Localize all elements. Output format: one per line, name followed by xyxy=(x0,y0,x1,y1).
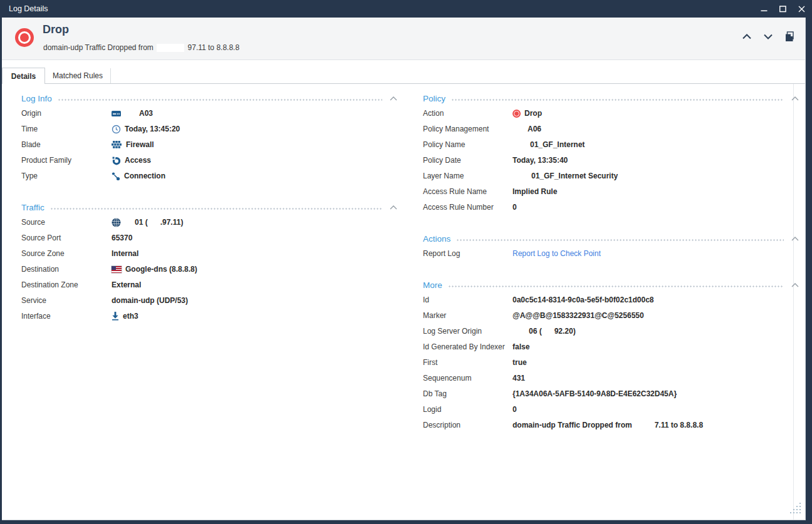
section-header-traffic: Traffic xyxy=(21,202,397,213)
field-row-product-family: Product Family Access xyxy=(21,153,151,167)
field-value: 01_GF_Internet xyxy=(513,140,585,149)
field-value: domain-udp Traffic Dropped from 7.11 to … xyxy=(513,421,703,429)
field-label: Db Tag xyxy=(423,389,513,398)
previous-log-icon[interactable] xyxy=(742,34,752,39)
window-controls xyxy=(759,0,806,18)
field-value: Google-dns (8.8.8.8) xyxy=(112,265,197,274)
field-value: 431 xyxy=(513,374,525,383)
collapse-chevron-icon[interactable] xyxy=(390,96,397,101)
field-row-db-tag: Db Tag {1A34A06A-5AFB-5140-9A8D-E4E62C32… xyxy=(423,387,677,401)
field-value: {1A34A06A-5AFB-5140-9A8D-E4E62C32D45A} xyxy=(513,389,677,398)
field-label: Product Family xyxy=(21,156,112,165)
field-label: Id xyxy=(423,295,513,304)
description-post: 7.11 to 8.8.8.8 xyxy=(655,421,703,429)
field-value: 0a0c5c14-8314-9c0a-5e5f-b0f02c1d00c8 xyxy=(513,295,654,304)
field-label: Destination xyxy=(21,265,112,274)
service-value: domain-udp (UDP/53) xyxy=(112,296,188,305)
field-row-type: Type Connection xyxy=(21,169,165,183)
details-panel: Log Info Origin A03 Time xyxy=(2,84,805,520)
field-label: Source Zone xyxy=(21,249,112,258)
source-ip-value: .97.11) xyxy=(160,218,184,227)
field-row-log-server-origin: Log Server Origin 06 ( 92.20) xyxy=(423,324,576,338)
access-rule-name-value: Implied Rule xyxy=(513,187,557,196)
interface-arrow-icon xyxy=(112,312,119,321)
type-value: Connection xyxy=(124,172,165,180)
field-label: Access Rule Name xyxy=(423,187,513,196)
field-row-destination: Destination Google-dns (8.8.8.8) xyxy=(21,262,197,276)
redacted-text xyxy=(542,327,554,335)
origin-value: A03 xyxy=(139,109,153,118)
minimize-icon[interactable] xyxy=(759,4,768,13)
field-row-id: Id 0a0c5c14-8314-9c0a-5e5f-b0f02c1d00c8 xyxy=(423,293,654,307)
field-row-blade: Blade Firewall xyxy=(21,138,154,152)
id-generated-value: false xyxy=(513,342,529,351)
field-value: Firewall xyxy=(112,140,154,149)
policy-date-value: Today, 13:35:40 xyxy=(513,156,568,165)
drop-action-icon xyxy=(15,28,34,47)
field-label: Blade xyxy=(21,140,112,149)
field-value: A06 xyxy=(513,125,541,133)
source-host-value: 01 ( xyxy=(135,218,148,227)
collapse-chevron-icon[interactable] xyxy=(791,283,799,287)
tab-details[interactable]: Details xyxy=(2,68,45,84)
collapse-chevron-icon[interactable] xyxy=(791,96,799,101)
redacted-text xyxy=(125,218,135,226)
field-row-destination-zone: Destination Zone External xyxy=(21,278,141,292)
field-label: Sequencenum xyxy=(423,374,513,383)
field-label: Policy Management xyxy=(423,125,513,133)
gateway-icon xyxy=(112,110,122,117)
marker-value: @A@@B@1583322931@C@5256550 xyxy=(513,311,644,320)
field-value: true xyxy=(513,358,527,367)
field-value: Internal xyxy=(112,249,138,258)
titlebar[interactable]: Log Details xyxy=(0,0,812,18)
field-row-source-port: Source Port 65370 xyxy=(21,231,132,245)
field-row-origin: Origin A03 xyxy=(21,106,153,120)
field-row-action: Action Drop xyxy=(423,106,542,120)
us-flag-icon xyxy=(112,266,122,273)
section-header-actions: Actions xyxy=(423,233,799,244)
field-value: false xyxy=(513,342,529,351)
field-value: @A@@B@1583322931@C@5256550 xyxy=(513,311,644,320)
section-title: Traffic xyxy=(21,203,44,212)
log-description: domain-udp Traffic Dropped from 97.11 to… xyxy=(43,43,239,52)
field-row-source: Source 01 ( .97.11) xyxy=(21,215,183,229)
dotted-leader xyxy=(448,285,784,287)
collapse-chevron-icon[interactable] xyxy=(791,237,799,241)
collapse-chevron-icon[interactable] xyxy=(390,205,397,210)
field-row-service: Service domain-udp (UDP/53) xyxy=(21,294,188,307)
access-icon xyxy=(112,156,121,165)
field-label: Marker xyxy=(423,311,513,320)
access-rule-number-value: 0 xyxy=(513,203,517,212)
field-row-policy-management: Policy Management A06 xyxy=(423,122,541,136)
field-label: Action xyxy=(423,109,513,118)
resize-grip[interactable] xyxy=(788,501,802,517)
window-title: Log Details xyxy=(9,4,48,13)
field-row-marker: Marker @A@@B@1583322931@C@5256550 xyxy=(423,309,644,322)
log-description-post: 97.11 to 8.8.8.8 xyxy=(188,43,240,52)
drop-icon xyxy=(513,110,521,118)
field-row-source-zone: Source Zone Internal xyxy=(21,247,138,260)
source-port-value: 65370 xyxy=(112,234,132,242)
next-log-icon[interactable] xyxy=(763,34,773,39)
field-value: 01 ( .97.11) xyxy=(112,218,183,227)
tab-matched-rules[interactable]: Matched Rules xyxy=(45,68,111,83)
db-tag-value: {1A34A06A-5AFB-5140-9A8D-E4E62C32D45A} xyxy=(513,389,677,398)
close-icon[interactable] xyxy=(797,4,806,13)
field-value: 01_GF_Internet Security xyxy=(513,172,618,180)
section-header-more: More xyxy=(423,279,799,290)
logid-value: 0 xyxy=(513,405,517,414)
maximize-icon[interactable] xyxy=(778,4,787,13)
log-description-pre: domain-udp Traffic Dropped from xyxy=(43,43,154,52)
tab-strip: Details Matched Rules xyxy=(2,60,805,84)
redacted-text xyxy=(148,218,160,226)
action-value: Drop xyxy=(524,109,542,118)
report-log-link[interactable]: Report Log to Check Point xyxy=(513,249,601,258)
copy-icon[interactable] xyxy=(784,31,795,42)
policy-name-value: 01_GF_Internet xyxy=(530,140,585,149)
field-value: A03 xyxy=(112,109,153,118)
destination-value: Google-dns (8.8.8.8) xyxy=(125,265,197,274)
globe-icon xyxy=(112,218,121,227)
section-header-log-info: Log Info xyxy=(21,93,397,104)
field-value: Connection xyxy=(112,172,165,181)
field-row-access-rule-number: Access Rule Number 0 xyxy=(423,200,517,214)
